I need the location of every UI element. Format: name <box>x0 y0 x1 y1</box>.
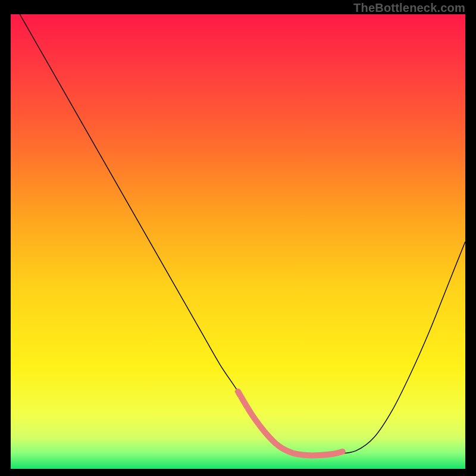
watermark-text: TheBottleneck.com <box>353 1 465 15</box>
chart-frame <box>11 14 465 469</box>
chart-canvas <box>11 14 465 469</box>
